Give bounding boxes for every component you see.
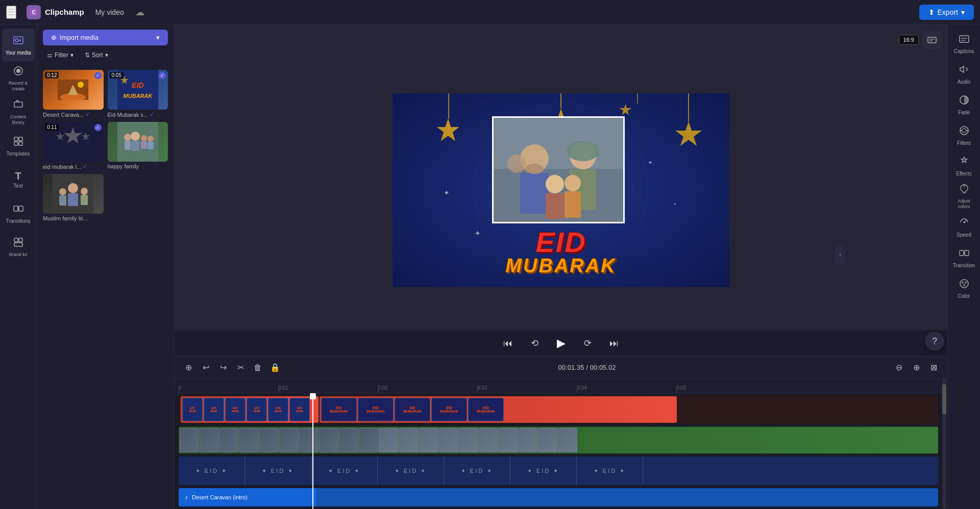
track-family-video[interactable] [179,426,938,454]
play-button[interactable]: ▶ [553,335,569,351]
zoom-out-button[interactable]: ⊖ [891,360,906,375]
transitions-icon [13,203,24,216]
eid-text: EID [505,230,616,255]
record-create-icon [13,65,24,79]
svg-rect-14 [19,238,22,242]
music-label: Desert Caravan (intro) [192,494,248,500]
media-thumb-desert-caravan: 0:12 ✓ [43,70,104,110]
aspect-ratio-badge[interactable]: 16:9 [899,35,919,45]
help-button[interactable]: ? [925,332,944,351]
sort-button[interactable]: ⇅ Sort ▾ [81,49,112,61]
svg-rect-6 [14,102,22,107]
filter-button[interactable]: ⚌ Filter ▾ [43,49,78,61]
right-tool-color[interactable]: Color [949,273,979,303]
right-tool-audio[interactable]: Audio [949,59,979,89]
timeline-redo-button[interactable]: ↪ [215,360,231,375]
family-photo [492,116,625,223]
effects-label: Effects [956,171,971,176]
skip-back-button[interactable]: ⏮ [500,335,516,351]
sidebar-item-brand-kit[interactable]: Brand kit [2,231,35,263]
svg-marker-56 [620,104,632,115]
timeline-cut-button[interactable]: ✂ [233,360,248,375]
right-tool-effects[interactable]: Effects [949,151,979,181]
video-title[interactable]: My video [90,6,129,18]
content-area: 16:9 [175,24,947,509]
timeline-delete-button[interactable]: 🗑 [250,360,265,375]
track-music[interactable]: ♪ Desert Caravan (intro) [179,487,938,507]
svg-rect-9 [14,142,18,145]
timeline-ruler-container[interactable]: 0 0:01 0:02 0:03 0:04 0:05 [175,379,942,509]
eid-stars-check: ✓ [94,124,102,131]
svg-marker-54 [675,121,702,146]
timeline-scroll-thumb[interactable] [942,384,946,415]
svg-rect-30 [125,141,131,150]
timeline-lock-button[interactable]: 🔒 [267,360,283,375]
media-item-happy-family[interactable]: happy family [108,122,168,170]
collapse-panel-button[interactable]: ‹ [835,244,845,265]
media-grid: 0:12 ✓ Desert Carava... ✓ EID MUBARAK [37,66,174,225]
right-tool-filters[interactable]: Filters [949,120,979,150]
timeline-undo-button[interactable]: ↩ [198,360,213,375]
right-tool-adjust-colors[interactable]: Adjustcolors [949,182,979,211]
right-tool-transition[interactable]: Transition [949,243,979,272]
timeline-playhead[interactable] [312,393,313,509]
right-tool-captions[interactable]: Captions [949,29,979,58]
eid-mubarak-duration: 0:05 [110,72,124,79]
svg-point-66 [525,164,544,174]
svg-rect-10 [19,142,22,145]
sidebar-item-content-library[interactable]: Contentlibrary [2,96,35,129]
your-media-icon [13,35,24,48]
timeline-scrollbar[interactable] [942,379,946,509]
fade-label: Fade [958,110,970,115]
sidebar-item-transitions[interactable]: Transitions [2,197,35,230]
sidebar-item-record-create[interactable]: Record &create [2,62,35,95]
ruler-marks: 0 0:01 0:02 0:03 0:04 0:05 [175,385,776,391]
zoom-in-button[interactable]: ⊕ [909,360,924,375]
filter-chevron-icon: ▾ [70,52,74,59]
svg-rect-86 [960,250,964,256]
timeline-magnet-button[interactable]: ⊕ [181,360,196,375]
transition-icon [959,247,970,261]
track-eid-audio[interactable]: ✦ EID ✦ ✦ EID ✦ ✦ EID ✦ ✦ [179,456,938,485]
media-panel-header: ⊕ Import media ▾ ⚌ Filter ▾ ⇅ Sort ▾ [37,24,174,66]
media-item-desert-caravan[interactable]: 0:12 ✓ Desert Carava... ✓ [43,70,104,118]
media-thumb-eid-mubarak: EID MUBARAK 0:05 ✓ [108,70,168,110]
media-item-eid-stars[interactable]: 0:11 ✓ eid mubarak l... ✓ [43,122,104,170]
media-item-eid-mubarak[interactable]: EID MUBARAK 0:05 ✓ Eid Mubarak s... ✓ [108,70,168,118]
svg-point-68 [567,141,599,161]
svg-rect-65 [520,173,549,214]
fast-forward-button[interactable]: ⟳ [579,335,596,351]
svg-point-5 [16,69,20,73]
right-tool-fade[interactable]: Fade [949,90,979,119]
right-tool-speed[interactable]: Speed [949,212,979,242]
export-button[interactable]: ⬆ Export ▾ [919,5,974,20]
sidebar-item-text[interactable]: T Text [2,163,35,196]
import-media-button[interactable]: ⊕ Import media ▾ [43,30,168,45]
preview-area: 16:9 [175,24,947,356]
svg-rect-36 [148,142,154,149]
brand-name: Clipchamp [45,8,84,16]
desert-caravan-used-check: ✓ [85,111,90,118]
rewind-button[interactable]: ⟲ [526,335,543,351]
track-eid-overlay[interactable]: EIDMUB EIDMUB EIDMUB EIDMU [179,395,938,424]
sidebar-item-templates[interactable]: Templates [2,130,35,162]
svg-text:✦: ✦ [673,202,677,207]
timeline-tracks-container: 0 0:01 0:02 0:03 0:04 0:05 [175,379,947,509]
desert-caravan-check: ✓ [94,72,102,79]
playhead-handle [310,393,316,399]
skip-forward-button[interactable]: ⏭ [606,335,622,351]
speed-icon [959,217,970,231]
filters-icon [959,125,970,139]
zoom-fit-button[interactable]: ⊠ [926,360,941,375]
captions-preview-button[interactable] [923,31,941,49]
filter-icon: ⚌ [47,52,53,59]
timeline-toolbar: ⊕ ↩ ↪ ✂ 🗑 🔒 00:01.35 / 00:05.02 ⊖ ⊕ ⊠ [175,357,947,379]
hamburger-button[interactable]: ☰ [6,6,16,19]
media-item-muslim-family[interactable]: Muslim family bi... [43,174,104,221]
svg-text:EID: EID [132,81,143,89]
svg-rect-43 [81,195,88,205]
sidebar-item-your-media[interactable]: Your media [2,29,35,61]
svg-rect-13 [14,238,18,242]
captions-label: Captions [954,48,974,54]
svg-text:✦: ✦ [474,229,481,238]
